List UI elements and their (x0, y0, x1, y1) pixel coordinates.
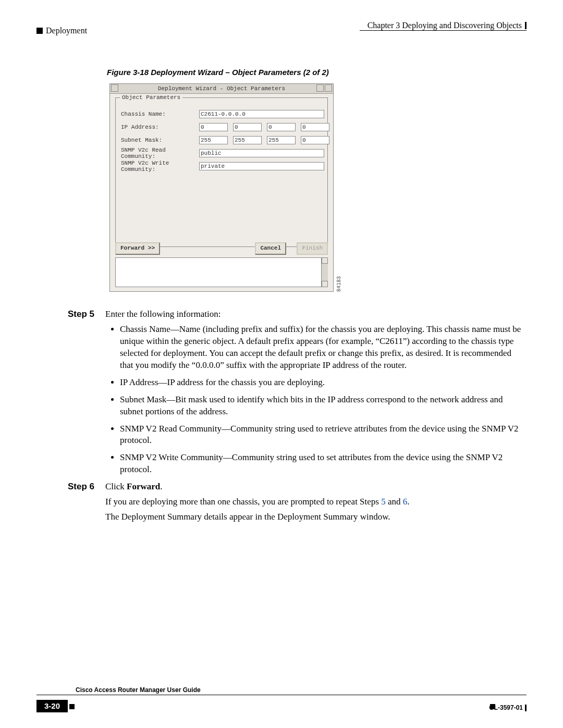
chassis-name-input[interactable]: C2611-0.0.0.0 (199, 110, 324, 118)
decoration-bar (525, 705, 527, 711)
body-text: Step 5 Enter the following information: … (68, 305, 527, 523)
wizard-titlebar: Deployment Wizard - Object Parameters (110, 84, 333, 94)
step-5: Step 5 Enter the following information: (68, 309, 527, 320)
decoration-square (36, 28, 43, 34)
footer-rule (36, 695, 527, 695)
guide-title: Cisco Access Router Manager User Guide (36, 686, 527, 694)
link-step-6[interactable]: 6 (403, 497, 408, 507)
step-6: Step 6 Click Forward. (68, 481, 527, 493)
forward-button[interactable]: Forward >> (115, 242, 160, 255)
repeat-steps-para: If you are deploying more than one chass… (105, 496, 527, 508)
figure-image: Deployment Wizard - Object Parameters Ob… (109, 83, 334, 292)
step-6-pre: Click (105, 482, 127, 491)
snmp-write-input[interactable]: private (199, 162, 324, 170)
step-6-forward: Forward (127, 482, 160, 491)
mask-octet-2[interactable]: 255 (233, 136, 262, 144)
bullet-subnet-mask: Subnet Mask—Bit mask used to identify wh… (120, 394, 527, 418)
header-chapter: Chapter 3 Deploying and Discovering Obje… (368, 21, 527, 30)
snmp-read-input[interactable]: public (199, 149, 324, 157)
repeat-mid: and (386, 497, 403, 507)
scroll-up-icon[interactable] (322, 257, 328, 264)
ip-octet-4[interactable]: 0 (301, 123, 329, 131)
mask-octet-1[interactable]: 255 (199, 136, 228, 144)
summary-para: The Deployment Summary details appear in… (105, 511, 527, 523)
repeat-post: . (407, 497, 409, 507)
document-id-text: OL-3597-01 (489, 704, 523, 711)
bullet-snmp-read: SNMP V2 Read Community—Community string … (120, 423, 527, 447)
page: Deployment Chapter 3 Deploying and Disco… (0, 0, 563, 728)
chapter-title: Chapter 3 Deploying and Discovering Obje… (368, 21, 522, 30)
wizard-window: Deployment Wizard - Object Parameters Ob… (109, 83, 334, 292)
decoration-square (69, 704, 75, 709)
ip-octet-3[interactable]: 0 (267, 123, 296, 131)
cancel-button[interactable]: Cancel (255, 242, 286, 255)
page-footer: Cisco Access Router Manager User Guide 3… (36, 686, 527, 712)
step-6-text: Click Forward. (105, 481, 527, 493)
link-step-5[interactable]: 5 (381, 497, 386, 507)
finish-button: Finish (297, 242, 328, 255)
snmp-read-label: SNMP V2c Read Community: (121, 147, 199, 159)
window-controls[interactable] (316, 84, 332, 92)
wizard-log-area (115, 257, 328, 287)
figure-id: 84183 (336, 276, 342, 292)
step-6-post: . (160, 482, 162, 491)
chassis-name-label: Chassis Name: (121, 111, 199, 117)
subnet-mask-label: Subnet Mask: (121, 137, 199, 143)
bullet-ip-address: IP Address—IP address for the chassis yo… (120, 377, 527, 389)
bullet-snmp-write: SNMP V2 Write Community—Community string… (120, 452, 527, 476)
snmp-write-label: SNMP V2c Write Community: (121, 160, 199, 172)
header-section: Deployment (36, 26, 87, 35)
window-menu-icon[interactable] (111, 84, 127, 92)
figure-caption: Figure 3-18 Deployment Wizard – Object P… (107, 68, 329, 77)
bullet-chassis-name: Chassis Name—Name (including prefix and … (120, 324, 527, 372)
mask-octet-3[interactable]: 255 (267, 136, 296, 144)
section-title: Deployment (46, 26, 87, 35)
ip-octet-1[interactable]: 0 (199, 123, 228, 131)
header-rule (360, 30, 527, 31)
scrollbar[interactable] (321, 257, 328, 287)
ip-octet-2[interactable]: 0 (233, 123, 262, 131)
mask-octet-4[interactable]: 0 (301, 136, 329, 144)
object-parameters-group: Object Parameters Chassis Name: C2611-0.… (115, 97, 328, 247)
decoration-bar (525, 22, 527, 29)
repeat-pre: If you are deploying more than one chass… (105, 497, 381, 507)
wizard-title: Deployment Wizard - Object Parameters (158, 85, 285, 92)
step-5-bullets: Chassis Name—Name (including prefix and … (68, 324, 527, 476)
step-5-label: Step 5 (68, 309, 105, 320)
step-6-label: Step 6 (68, 481, 105, 493)
group-legend: Object Parameters (120, 94, 182, 101)
document-id: OL-3597-01 (489, 704, 527, 711)
scroll-down-icon[interactable] (322, 281, 328, 287)
ip-address-label: IP Address: (121, 124, 199, 130)
page-number: 3-20 (36, 700, 68, 712)
wizard-button-row: Forward >> Cancel Finish (115, 242, 328, 254)
step-5-text: Enter the following information: (105, 309, 527, 320)
